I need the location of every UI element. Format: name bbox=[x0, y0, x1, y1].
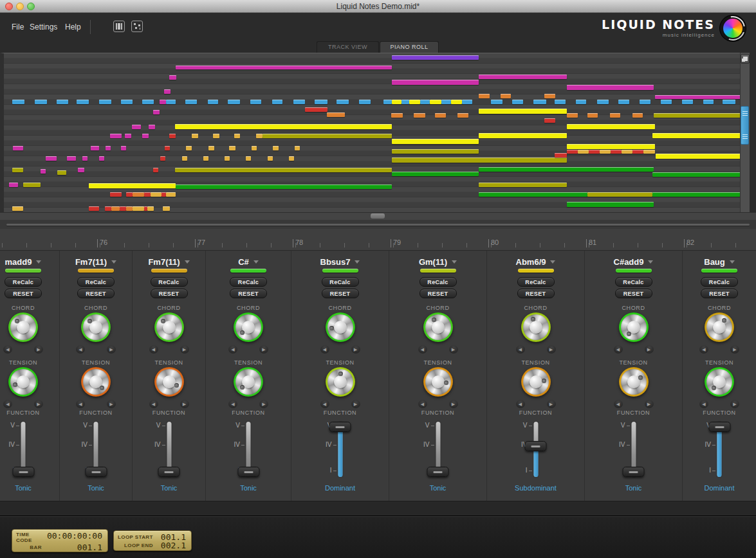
piano-roll-note[interactable] bbox=[46, 156, 57, 161]
reset-button[interactable]: RESET bbox=[701, 289, 738, 298]
piano-roll-note[interactable] bbox=[391, 113, 403, 118]
piano-roll-note[interactable] bbox=[392, 55, 479, 60]
piano-roll-note[interactable] bbox=[125, 134, 131, 138]
piano-roll-note[interactable] bbox=[544, 94, 555, 98]
piano-roll-note[interactable] bbox=[256, 134, 263, 138]
piano-roll-note[interactable] bbox=[41, 169, 46, 174]
piano-roll-note[interactable] bbox=[567, 113, 578, 118]
piano-roll-note[interactable] bbox=[632, 150, 643, 154]
piano-roll-note[interactable] bbox=[77, 100, 89, 104]
chord-knob[interactable] bbox=[154, 312, 184, 342]
chord-prev-button[interactable]: ◀ bbox=[516, 345, 525, 354]
chord-prev-button[interactable]: ◀ bbox=[614, 345, 623, 354]
function-slider[interactable] bbox=[94, 422, 98, 477]
chord-knob[interactable] bbox=[326, 312, 355, 342]
piano-roll-note[interactable] bbox=[121, 146, 126, 150]
piano-roll-note[interactable] bbox=[35, 100, 47, 104]
function-slider[interactable] bbox=[436, 422, 440, 477]
piano-roll-note[interactable] bbox=[153, 168, 158, 172]
piano-roll-note[interactable] bbox=[654, 113, 740, 118]
chord-next-button[interactable]: ▶ bbox=[645, 345, 654, 354]
piano-roll-note[interactable] bbox=[600, 150, 611, 154]
piano-roll-note[interactable] bbox=[89, 206, 99, 211]
piano-roll-note[interactable] bbox=[295, 146, 300, 150]
piano-roll-note[interactable] bbox=[435, 113, 446, 118]
piano-roll-note[interactable] bbox=[57, 100, 68, 104]
tension-prev-button[interactable]: ◀ bbox=[76, 400, 85, 408]
tension-next-button[interactable]: ▶ bbox=[259, 400, 268, 408]
tension-prev-button[interactable]: ◀ bbox=[149, 400, 158, 408]
chord-prev-button[interactable]: ◀ bbox=[228, 345, 237, 354]
function-slider-handle[interactable] bbox=[12, 467, 34, 477]
piano-roll-note[interactable] bbox=[567, 124, 655, 129]
reset-button[interactable]: RESET bbox=[77, 289, 115, 298]
recalc-button[interactable]: ReCalc bbox=[230, 277, 267, 287]
piano-roll-note[interactable] bbox=[632, 113, 643, 118]
tension-knob[interactable] bbox=[234, 367, 263, 397]
piano-roll-note[interactable] bbox=[578, 150, 589, 154]
piano-roll-note[interactable] bbox=[420, 100, 430, 104]
recalc-button[interactable]: ReCalc bbox=[322, 277, 359, 287]
piano-roll-note[interactable] bbox=[133, 206, 144, 211]
chord-knob[interactable] bbox=[8, 312, 38, 342]
tension-knob[interactable] bbox=[154, 367, 184, 397]
piano-roll-note[interactable] bbox=[392, 172, 479, 176]
piano-roll-note[interactable] bbox=[479, 167, 654, 172]
tension-next-button[interactable]: ▶ bbox=[547, 400, 556, 408]
piano-roll-note[interactable] bbox=[392, 139, 479, 144]
function-slider-handle[interactable] bbox=[85, 467, 107, 477]
recalc-button[interactable]: ReCalc bbox=[419, 277, 457, 287]
piano-roll-note[interactable] bbox=[67, 156, 76, 161]
tension-prev-button[interactable]: ◀ bbox=[320, 400, 329, 408]
reset-button[interactable]: RESET bbox=[322, 289, 359, 298]
piano-roll-note[interactable] bbox=[13, 146, 23, 150]
reset-button[interactable]: RESET bbox=[419, 289, 457, 298]
piano-roll-note[interactable] bbox=[723, 100, 735, 104]
piano-roll-note[interactable] bbox=[57, 170, 66, 175]
piano-roll-note[interactable] bbox=[479, 183, 567, 187]
tension-prev-button[interactable]: ◀ bbox=[614, 400, 623, 408]
chord-name-dropdown[interactable]: Gm(11) bbox=[402, 256, 474, 267]
function-slider-handle[interactable] bbox=[708, 422, 730, 432]
piano-roll-note[interactable] bbox=[105, 206, 111, 211]
piano-roll-note[interactable] bbox=[652, 192, 740, 197]
tension-knob[interactable] bbox=[705, 367, 734, 397]
function-slider[interactable] bbox=[246, 422, 251, 477]
piano-roll-note[interactable] bbox=[392, 158, 567, 163]
chord-name-dropdown[interactable]: Baug bbox=[683, 256, 755, 267]
function-slider-handle[interactable] bbox=[427, 467, 449, 477]
menu-settings[interactable]: Settings bbox=[30, 22, 57, 32]
piano-roll-note[interactable] bbox=[622, 150, 632, 154]
chord-name-dropdown[interactable]: Fm7(11) bbox=[133, 256, 205, 267]
piano-roll-note[interactable] bbox=[169, 75, 176, 80]
tension-knob[interactable] bbox=[423, 367, 453, 397]
matrix-view-icon[interactable] bbox=[131, 21, 143, 32]
piano-roll-note[interactable] bbox=[176, 66, 392, 69]
piano-roll-note[interactable] bbox=[533, 100, 546, 104]
piano-roll-note[interactable] bbox=[208, 100, 218, 104]
piano-roll-note[interactable] bbox=[192, 134, 198, 138]
chord-knob[interactable] bbox=[423, 312, 453, 342]
chord-knob[interactable] bbox=[521, 312, 551, 342]
tension-prev-button[interactable]: ◀ bbox=[3, 400, 12, 408]
piano-roll-note[interactable] bbox=[576, 100, 586, 104]
piano-roll-note[interactable] bbox=[166, 100, 176, 104]
chord-name-dropdown[interactable]: madd9 bbox=[0, 256, 59, 267]
piano-roll-note[interactable] bbox=[305, 107, 327, 112]
piano-roll-note[interactable] bbox=[153, 110, 160, 114]
recalc-button[interactable]: ReCalc bbox=[701, 277, 738, 287]
piano-roll-note[interactable] bbox=[110, 134, 122, 138]
menu-help[interactable]: Help bbox=[65, 22, 81, 32]
function-slider-handle[interactable] bbox=[237, 467, 259, 477]
piano-roll-note[interactable] bbox=[164, 89, 171, 94]
tension-knob[interactable] bbox=[81, 367, 111, 397]
piano-roll-note[interactable] bbox=[392, 149, 479, 154]
tension-next-button[interactable]: ▶ bbox=[730, 400, 739, 408]
reset-button[interactable]: RESET bbox=[615, 289, 652, 298]
piano-roll-note[interactable] bbox=[234, 134, 240, 138]
piano-roll-note[interactable] bbox=[587, 113, 598, 118]
piano-roll-note[interactable] bbox=[655, 95, 740, 99]
piano-roll-note[interactable] bbox=[121, 100, 133, 104]
piano-roll-note[interactable] bbox=[110, 192, 122, 197]
chord-name-dropdown[interactable]: Fm7(11) bbox=[60, 256, 132, 267]
